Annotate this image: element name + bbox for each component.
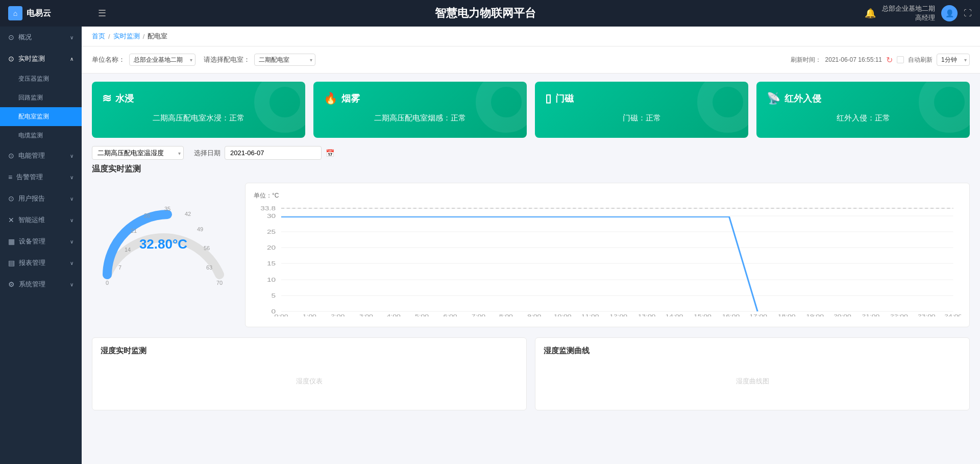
sidebar-item-distribution[interactable]: 配电室监测 xyxy=(0,107,82,126)
svg-text:3:00: 3:00 xyxy=(359,313,374,316)
room-filter-group: 请选择配电室： 二期配电室 xyxy=(204,54,315,66)
room-monitor-select[interactable]: 二期高压配电室温湿度 xyxy=(92,146,184,160)
system-icon: ⚙ xyxy=(8,280,15,288)
svg-text:5: 5 xyxy=(272,293,276,299)
sidebar-label-report: 用户报告 xyxy=(18,194,45,203)
bottom-section: 湿度实时监测 湿度仪表 湿度监测曲线 湿度曲线图 xyxy=(82,337,980,419)
sidebar-item-energy[interactable]: ⊙ 电能管理 ∨ xyxy=(0,145,82,166)
sidebar-item-report[interactable]: ⊙ 用户报告 ∨ xyxy=(0,188,82,209)
company-filter-group: 单位名称： 总部企业基地二期 xyxy=(92,54,195,66)
svg-text:11:00: 11:00 xyxy=(581,313,599,316)
smart-icon: ✕ xyxy=(8,216,14,224)
svg-text:15:00: 15:00 xyxy=(694,313,712,316)
svg-text:18:00: 18:00 xyxy=(778,313,796,316)
sidebar-item-overview[interactable]: ⊙ 概况 ∨ xyxy=(0,27,82,48)
svg-text:20: 20 xyxy=(267,245,276,251)
realtime-arrow: ∧ xyxy=(70,56,74,62)
temp-line-chart: 0 5 10 15 20 25 30 33.8 xyxy=(254,204,961,316)
svg-text:70: 70 xyxy=(216,280,223,286)
main-layout: ⊙ 概况 ∨ ⊙ 实时监测 ∧ 变压器监测 回路监测 配电室监测 电缆监测 ⊙ … xyxy=(0,27,980,464)
gauge-container: 0 7 14 21 28 35 42 49 56 63 70 xyxy=(92,183,235,327)
breadcrumb-sep1: / xyxy=(108,33,110,40)
svg-text:9:00: 9:00 xyxy=(527,313,542,316)
sidebar-label-realtime: 实时监测 xyxy=(18,54,45,63)
user-company: 总部企业基地二期 xyxy=(882,4,935,13)
expand-icon[interactable]: ⛶ xyxy=(964,9,972,18)
svg-text:21:00: 21:00 xyxy=(862,313,880,316)
smoke-icon: 🔥 xyxy=(324,92,337,105)
svg-text:35: 35 xyxy=(164,206,170,212)
svg-text:28: 28 xyxy=(144,212,150,218)
sidebar-label-system: 系统管理 xyxy=(19,280,45,289)
date-input[interactable] xyxy=(225,146,322,160)
sidebar-item-table[interactable]: ▤ 报表管理 ∨ xyxy=(0,252,82,274)
company-select-wrapper: 总部企业基地二期 xyxy=(129,54,195,66)
table-arrow: ∨ xyxy=(70,260,74,266)
sidebar-item-alarm[interactable]: ≡ 告警管理 ∨ xyxy=(0,166,82,188)
device-icon: ▦ xyxy=(8,237,15,246)
svg-text:0:00: 0:00 xyxy=(274,313,288,316)
water-icon: ≋ xyxy=(102,92,111,105)
breadcrumb-realtime[interactable]: 实时监测 xyxy=(113,32,140,41)
svg-text:0: 0 xyxy=(106,280,109,286)
infrared-icon: 📡 xyxy=(767,92,780,105)
realtime-icon: ⊙ xyxy=(8,55,14,63)
sidebar-item-loop[interactable]: 回路监测 xyxy=(0,88,82,107)
refresh-time-value: 2021-06-07 16:55:11 xyxy=(825,56,882,63)
filter-left: 单位名称： 总部企业基地二期 请选择配电室： 二期配电室 xyxy=(92,54,315,66)
sidebar-label-alarm: 告警管理 xyxy=(16,173,43,182)
company-select[interactable]: 总部企业基地二期 xyxy=(129,54,195,66)
hamburger-icon[interactable]: ☰ xyxy=(98,8,106,19)
sidebar-item-device[interactable]: ▦ 设备管理 ∨ xyxy=(0,231,82,252)
user-name: 高经理 xyxy=(915,13,935,22)
energy-arrow: ∨ xyxy=(70,153,74,159)
user-avatar[interactable]: 👤 xyxy=(941,5,958,21)
user-info: 总部企业基地二期 高经理 xyxy=(882,4,935,22)
card-door: ▯ 门磁 门磁：正常 xyxy=(535,82,748,138)
company-label: 单位名称： xyxy=(92,55,125,64)
calendar-icon[interactable]: 📅 xyxy=(326,149,334,157)
humidity-chart-card: 湿度监测曲线 湿度曲线图 xyxy=(535,337,970,410)
temp-charts-section: 温度实时监测 0 7 14 21 xyxy=(82,164,980,327)
bell-icon[interactable]: 🔔 xyxy=(865,8,876,19)
alarm-icon: ≡ xyxy=(8,173,12,181)
svg-text:17:00: 17:00 xyxy=(749,313,767,316)
sidebar-item-system[interactable]: ⚙ 系统管理 ∨ xyxy=(0,274,82,295)
logo-text: 电易云 xyxy=(27,8,51,19)
report-icon: ⊙ xyxy=(8,194,14,203)
room-select-wrapper: 二期配电室 xyxy=(254,54,315,66)
svg-text:14:00: 14:00 xyxy=(666,313,683,316)
svg-text:30: 30 xyxy=(267,213,276,219)
svg-text:1:00: 1:00 xyxy=(303,313,317,316)
logo-icon: ⌂ xyxy=(8,6,22,20)
humidity-realtime-title: 湿度实时监测 xyxy=(101,346,518,356)
door-icon: ▯ xyxy=(545,92,551,105)
breadcrumb-home[interactable]: 首页 xyxy=(92,32,105,41)
sidebar-item-smart[interactable]: ✕ 智能运维 ∨ xyxy=(0,209,82,231)
svg-text:10: 10 xyxy=(267,277,276,283)
svg-text:10:00: 10:00 xyxy=(554,313,572,316)
svg-text:7: 7 xyxy=(118,264,121,271)
auto-refresh-checkbox[interactable] xyxy=(897,56,904,63)
card-infrared: 📡 红外入侵 红外入侵：正常 xyxy=(756,82,970,138)
svg-text:19:00: 19:00 xyxy=(806,313,824,316)
header-right: 🔔 总部企业基地二期 高经理 👤 ⛶ xyxy=(865,4,972,22)
status-cards: ≋ 水浸 二期高压配电室水浸：正常 🔥 烟雾 二期高压配电室烟感：正常 ▯ 门磁 xyxy=(82,74,980,146)
sidebar-item-transformer[interactable]: 变压器监测 xyxy=(0,69,82,88)
sidebar: ⊙ 概况 ∨ ⊙ 实时监测 ∧ 变压器监测 回路监测 配电室监测 电缆监测 ⊙ … xyxy=(0,27,82,464)
humidity-chart-placeholder: 湿度曲线图 xyxy=(544,361,961,402)
refresh-button[interactable]: ↻ xyxy=(886,55,893,65)
temp-section-title: 温度实时监测 xyxy=(92,164,970,175)
humidity-gauge-placeholder: 湿度仪表 xyxy=(101,361,518,402)
svg-text:14: 14 xyxy=(125,247,131,253)
room-select[interactable]: 二期配电室 xyxy=(254,54,315,66)
sidebar-item-realtime[interactable]: ⊙ 实时监测 ∧ xyxy=(0,48,82,69)
sidebar-item-cable[interactable]: 电缆监测 xyxy=(0,126,82,145)
svg-text:56: 56 xyxy=(204,245,210,251)
interval-select[interactable]: 1分钟 5分钟 xyxy=(937,54,970,66)
header-left: ⌂ 电易云 ☰ xyxy=(8,6,106,20)
svg-text:25: 25 xyxy=(267,229,276,235)
line-chart-container: 单位：°C 0 5 10 15 20 25 30 33.8 xyxy=(245,183,970,327)
room-label: 请选择配电室： xyxy=(204,55,250,64)
top-header: ⌂ 电易云 ☰ 智慧电力物联网平台 🔔 总部企业基地二期 高经理 👤 ⛶ xyxy=(0,0,980,27)
